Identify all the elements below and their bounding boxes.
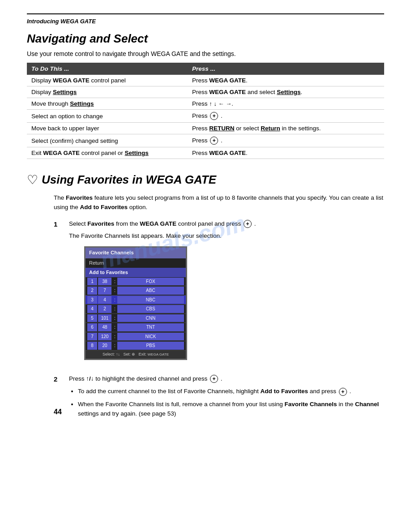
tv-channel-row: 6 48 : TNT [86,323,186,332]
tv-channel-row-highlighted: 3 4 : NBC [86,296,186,305]
table-cell-action: Select an option to change [27,110,188,123]
channel-ch: 7 [98,287,111,295]
channel-sep: : [112,278,117,285]
page-number: 44 [54,408,62,416]
channel-sep: : [112,342,117,349]
heart-icon: ♡ [27,172,38,187]
table-row: Select (confirm) changed setting Press +… [27,134,384,147]
tv-channel-row: 2 7 : ABC [86,286,186,296]
table-cell-action: Display WEGA GATE control panel [27,75,188,86]
channel-ch: 2 [98,305,111,313]
channel-sep: : [112,305,117,313]
table-row: Display WEGA GATE control panel Press WE… [27,75,384,86]
step-2-content: Press ↑/↓ to highlight the desired chann… [69,374,384,423]
channel-num: 1 [87,278,97,286]
channel-ch: 20 [98,342,111,350]
table-cell-press: Press WEGA GATE. [188,75,384,86]
step-1-text: Select Favorites from the WEGA GATE cont… [69,219,384,229]
tv-channel-row: 5 101 : CNN [86,314,186,323]
channel-ch: 4 [98,296,111,304]
bullet-item: When the Favorite Channels list is full,… [78,400,384,419]
channel-ch: 48 [98,323,111,331]
table-row: Exit WEGA GATE control panel or Settings… [27,147,384,159]
channel-num: 8 [87,342,97,350]
table-row: Display Settings Press WEGA GATE and sel… [27,86,384,98]
circle-button-icon: + [210,137,218,145]
step-2-bullets: To add the current channel to the list o… [69,387,384,419]
table-cell-press: Press RETURN or select Return in the set… [188,123,384,134]
navigation-table: To Do This ... Press ... Display WEGA GA… [27,63,384,159]
channel-sep: : [112,315,117,322]
channel-name: PBS [117,342,184,350]
table-col2-header: Press ... [188,63,384,75]
circle-button-icon: + [210,112,218,120]
channel-num: 4 [87,305,97,313]
table-cell-action: Move through Settings [27,98,188,110]
circle-button-icon: + [339,388,347,396]
circle-button-icon: + [244,220,252,228]
table-cell-press: Press WEGA GATE. [188,147,384,159]
channel-num: 7 [87,333,97,341]
top-rule [27,13,384,14]
tv-screen-mockup: Favorite Channels Return Add to Favorite… [84,246,187,360]
channel-sep: : [112,296,117,304]
step-1-block: 1 Select Favorites from the WEGA GATE co… [54,219,384,367]
favorites-heading: ♡ Using Favorites in WEGA GATE [27,172,384,187]
tv-bottom-bar: Select: ↑↓ Set: ⊕ Exit: WEGA GATE [86,351,186,359]
table-row: Select an option to change Press + . [27,110,384,123]
channel-name: FOX [117,278,184,286]
step-1-subtext: The Favorite Channels list appears. Make… [69,232,384,241]
table-cell-press: Press ↑ ↓ ← →. [188,98,384,110]
step-1-number: 1 [54,220,62,367]
table-cell-press: Press WEGA GATE and select Settings. [188,86,384,98]
channel-name: NICK [117,333,184,341]
table-cell-action: Select (confirm) changed setting [27,134,188,147]
tv-menu-add-favorites: Add to Favorites [86,268,186,277]
channel-ch: 38 [98,278,111,286]
channel-sep: : [112,287,117,294]
channel-name: CBS [117,305,184,313]
favorites-left-spacer [27,193,54,429]
table-row: Move through Settings Press ↑ ↓ ← →. [27,98,384,110]
tv-menu-return: Return [86,258,186,268]
tv-screen-title: Favorite Channels [86,248,186,258]
table-cell-action: Move back to upper layer [27,123,188,134]
channel-name: CNN [117,314,184,322]
channel-name: NBC [117,296,184,304]
channel-sep: : [112,333,117,340]
channel-ch: 101 [98,314,111,322]
table-cell-action: Display Settings [27,86,188,98]
tv-channel-row: 1 38 : FOX [86,277,186,287]
table-col1-header: To Do This ... [27,63,188,75]
section-subtitle: Introducing WEGA GATE [27,18,384,25]
favorites-right-content: The Favorites feature lets you select pr… [54,193,384,429]
channel-sep: : [112,324,117,331]
channel-num: 6 [87,323,97,331]
table-cell-press: Press + . [188,134,384,147]
step-2-block: 2 Press ↑/↓ to highlight the desired cha… [54,374,384,423]
channel-ch: 120 [98,333,111,341]
favorites-description: The Favorites feature lets you select pr… [54,193,384,212]
favorites-title: Using Favorites in WEGA GATE [42,173,216,187]
circle-button-icon: + [210,375,218,383]
tv-channel-row: 4 2 : CBS [86,305,186,314]
intro-text: Use your remote control to navigate thro… [27,50,384,57]
page-title: Navigating and Select [27,32,384,46]
step-2-text: Press ↑/↓ to highlight the desired chann… [69,374,384,384]
table-cell-press: Press + . [188,110,384,123]
channel-num: 3 [87,296,97,304]
favorites-section: ♡ Using Favorites in WEGA GATE The Favor… [27,172,384,429]
tv-channel-row: 7 120 : NICK [86,332,186,342]
bullet-item: To add the current channel to the list o… [78,387,384,396]
channel-name: TNT [117,323,184,331]
step-1-content: Select Favorites from the WEGA GATE cont… [69,219,384,367]
favorites-body: The Favorites feature lets you select pr… [27,193,384,429]
channel-num: 5 [87,314,97,322]
channel-num: 2 [87,287,97,295]
table-cell-action: Exit WEGA GATE control panel or Settings [27,147,188,159]
channel-name: ABC [117,287,184,295]
tv-channel-row: 8 20 : PBS [86,341,186,351]
table-row: Move back to upper layer Press RETURN or… [27,123,384,134]
